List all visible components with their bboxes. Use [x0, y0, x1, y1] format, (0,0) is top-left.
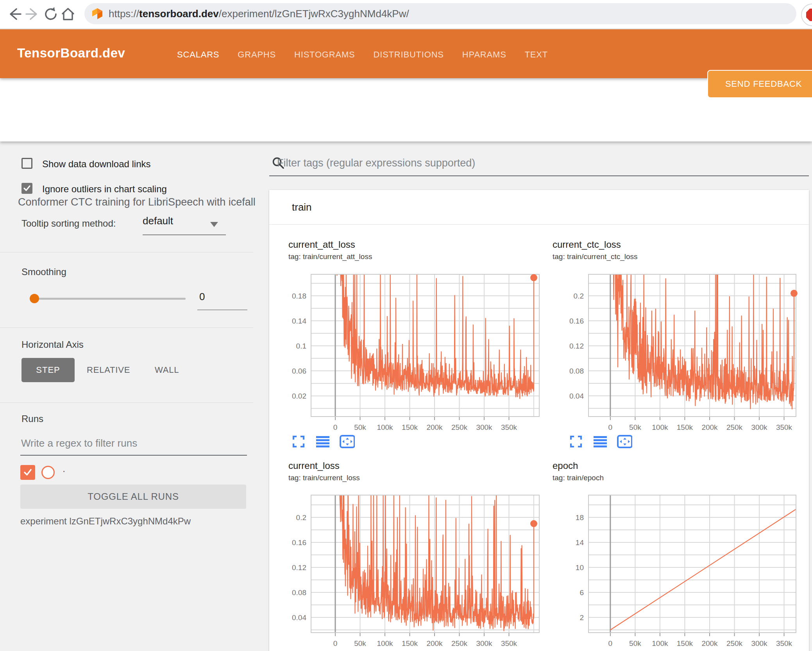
- svg-text:2: 2: [579, 613, 584, 622]
- svg-text:0.2: 0.2: [574, 292, 584, 300]
- svg-text:50k: 50k: [629, 423, 641, 431]
- chart-title: epoch: [553, 460, 578, 471]
- svg-text:300k: 300k: [751, 639, 767, 647]
- chart-plot-area[interactable]: 050k100k150k200k250k300k350k0.040.080.12…: [563, 269, 812, 432]
- app-header: TensorBoard.dev SCALARS GRAPHS HISTOGRAM…: [0, 29, 812, 78]
- ignore-outliers-label: Ignore outliers in chart scaling: [42, 184, 167, 195]
- show-download-links-label: Show data download links: [42, 159, 151, 170]
- chart-title: current_att_loss: [288, 239, 355, 250]
- axis-wall-button[interactable]: WALL: [155, 365, 179, 375]
- svg-text:50k: 50k: [354, 639, 366, 647]
- run-checkbox[interactable]: [20, 465, 35, 480]
- chart-plot-area[interactable]: 050k100k150k200k250k300k350k0.020.060.10…: [285, 269, 551, 432]
- chart-plot-area[interactable]: 050k100k150k200k250k300k350k0.040.080.12…: [285, 490, 551, 651]
- runs-filter-underline: [20, 455, 247, 456]
- chart-title: current_ctc_loss: [553, 239, 621, 250]
- chart-tag: tag: train/current_ctc_loss: [553, 252, 638, 261]
- reload-icon[interactable]: [42, 5, 59, 23]
- svg-text:150k: 150k: [402, 423, 418, 431]
- chart-tag: tag: train/current_att_loss: [288, 252, 372, 261]
- svg-text:0: 0: [608, 423, 613, 431]
- tab-scalars[interactable]: SCALARS: [177, 50, 219, 60]
- svg-text:250k: 250k: [726, 639, 743, 647]
- svg-text:0.02: 0.02: [292, 392, 306, 400]
- nav-tabs: SCALARS GRAPHS HISTOGRAMS DISTRIBUTIONS …: [177, 50, 548, 60]
- tab-distributions[interactable]: DISTRIBUTIONS: [374, 50, 444, 60]
- home-icon[interactable]: [59, 5, 77, 23]
- smoothing-value-underline: [197, 309, 247, 310]
- chevron-down-icon[interactable]: [210, 222, 218, 227]
- tab-graphs[interactable]: GRAPHS: [238, 50, 276, 60]
- url-text: https://tensorboard.dev/experiment/lzGnE…: [109, 8, 409, 20]
- svg-text:0.14: 0.14: [292, 317, 306, 325]
- runs-filter-input[interactable]: [20, 437, 241, 450]
- chart-current-att-loss: current_att_loss tag: train/current_att_…: [285, 239, 559, 458]
- smoothing-slider-thumb[interactable]: [30, 294, 39, 303]
- svg-text:0.2: 0.2: [296, 513, 306, 522]
- chart-plot-area[interactable]: 050k100k150k200k250k300k350k26101418: [563, 490, 812, 651]
- svg-text:200k: 200k: [701, 639, 718, 647]
- svg-text:0.08: 0.08: [569, 367, 584, 375]
- toggle-all-runs-button[interactable]: TOGGLE ALL RUNS: [20, 485, 246, 509]
- tab-hparams[interactable]: HPARAMS: [462, 50, 506, 60]
- axis-relative-button[interactable]: RELATIVE: [87, 365, 130, 375]
- svg-text:250k: 250k: [451, 423, 468, 431]
- svg-text:0.16: 0.16: [569, 317, 584, 325]
- browser-extension-icon[interactable]: [801, 4, 812, 26]
- tag-filter-underline: [269, 175, 809, 176]
- svg-text:100k: 100k: [377, 423, 393, 431]
- browser-toolbar: https://tensorboard.dev/experiment/lzGnE…: [0, 0, 812, 29]
- tooltip-sorting-select[interactable]: default: [143, 215, 173, 227]
- forward-icon[interactable]: [24, 5, 41, 23]
- data-table-icon[interactable]: [315, 435, 331, 449]
- tooltip-sorting-underline: [143, 234, 226, 235]
- svg-text:18: 18: [576, 513, 584, 522]
- sidebar-divider: [0, 252, 253, 252]
- run-color-circle[interactable]: [41, 466, 55, 479]
- svg-text:0: 0: [608, 639, 613, 647]
- smoothing-value[interactable]: 0: [199, 291, 205, 303]
- tooltip-sorting-label: Tooltip sorting method:: [21, 218, 116, 229]
- experiment-title-bar: Conformer CTC training for LibriSpeech w…: [0, 78, 812, 141]
- svg-text:100k: 100k: [377, 639, 393, 647]
- svg-text:0.12: 0.12: [292, 563, 306, 572]
- url-bar[interactable]: https://tensorboard.dev/experiment/lzGnE…: [84, 3, 796, 24]
- show-download-links-checkbox[interactable]: [21, 158, 32, 169]
- tab-text[interactable]: TEXT: [525, 50, 548, 60]
- active-tab-underline: [169, 105, 232, 107]
- train-section-header[interactable]: train: [269, 190, 809, 225]
- svg-text:0: 0: [333, 639, 338, 647]
- fullscreen-icon[interactable]: [291, 435, 306, 449]
- smoothing-slider-track[interactable]: [33, 298, 186, 300]
- tag-filter-input[interactable]: [276, 157, 747, 170]
- svg-text:0.04: 0.04: [292, 613, 306, 622]
- data-table-icon[interactable]: [592, 435, 608, 449]
- url-domain: tensorboard.dev: [139, 8, 219, 20]
- sidebar-divider: [0, 402, 253, 403]
- check-icon: [23, 184, 31, 192]
- tab-histograms[interactable]: HISTOGRAMS: [294, 50, 355, 60]
- fit-domain-icon[interactable]: [339, 435, 355, 449]
- fit-domain-icon[interactable]: [617, 435, 632, 449]
- send-feedback-button[interactable]: SEND FEEDBACK: [707, 70, 812, 98]
- smoothing-label: Smoothing: [21, 266, 66, 277]
- svg-text:300k: 300k: [476, 639, 492, 647]
- axis-step-button[interactable]: STEP: [21, 358, 75, 382]
- ignore-outliers-checkbox[interactable]: [21, 183, 32, 194]
- svg-text:250k: 250k: [726, 423, 743, 431]
- check-icon: [23, 468, 32, 477]
- fullscreen-icon[interactable]: [568, 435, 584, 449]
- svg-text:0.1: 0.1: [296, 342, 306, 350]
- svg-text:50k: 50k: [629, 639, 641, 647]
- svg-text:150k: 150k: [677, 639, 693, 647]
- experiment-id-label: experiment lzGnETjwRxC3yghNMd4kPw: [20, 516, 191, 527]
- back-icon[interactable]: [5, 5, 23, 23]
- svg-text:300k: 300k: [476, 423, 492, 431]
- chart-current-loss: current_loss tag: train/current_loss 050…: [285, 460, 559, 651]
- tag-filter-row: [272, 156, 285, 170]
- svg-text:150k: 150k: [677, 423, 693, 431]
- experiment-title: Conformer CTC training for LibriSpeech w…: [18, 196, 256, 208]
- chart-toolbar: [568, 435, 632, 449]
- chart-epoch: epoch tag: train/epoch 050k100k150k200k2…: [549, 460, 812, 651]
- svg-text:50k: 50k: [354, 423, 366, 431]
